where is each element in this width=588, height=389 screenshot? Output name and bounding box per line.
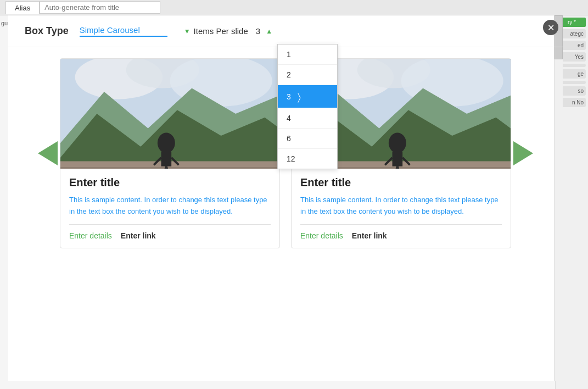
svg-point-22 [389,133,406,153]
enter-details-2[interactable]: Enter details [300,231,343,240]
modal-close-button[interactable]: ✕ [543,20,558,35]
dropdown-option-6[interactable]: 6 [278,129,337,149]
triangle-up-icon[interactable]: ▲ [266,27,272,35]
enter-link-1[interactable]: Enter link [121,231,156,240]
card-title-2: Enter title [300,176,502,189]
dropdown-option-1[interactable]: 1 [278,45,337,65]
svg-rect-23 [393,152,403,166]
card-title-1: Enter title [69,176,271,189]
dropdown-option-3[interactable]: 3 〉 [278,85,337,108]
enter-details-1[interactable]: Enter details [69,231,112,240]
triangle-down-icon: ▼ [184,27,191,35]
card-divider-2 [300,224,502,225]
right-arrow-icon [513,141,533,165]
card-image-1 [60,59,279,169]
alias-tab[interactable]: Alias [5,1,40,14]
card-divider-1 [69,224,271,225]
card-body-1: Enter title This is sample content. In o… [60,169,279,248]
carousel-left-arrow[interactable] [36,141,60,165]
modal-header: Box Type Simple Carousel ▼ Items Per sli… [8,15,563,47]
svg-rect-9 [161,152,172,166]
items-per-slide-container: ▼ Items Per slide 3 ▲ [184,26,272,36]
items-per-slide-label-text: Items Per slide [194,26,248,36]
topbar: Alias [0,0,588,15]
card-footer-2: Enter details Enter link [300,231,502,240]
alias-input[interactable] [40,1,160,14]
items-per-slide-value: 3 [256,26,260,36]
card-body-2: Enter title This is sample content. In o… [292,169,511,248]
dropdown-option-4[interactable]: 4 [278,108,337,129]
box-type-label: Box Type [25,25,69,37]
close-icon: ✕ [547,23,555,33]
carousel-card-1: Enter title This is sample content. In o… [60,58,280,248]
card-image-svg-1 [60,59,279,169]
enter-link-2[interactable]: Enter link [352,231,387,240]
carousel-right-arrow[interactable] [511,141,535,165]
dropdown-option-2[interactable]: 2 [278,65,337,85]
svg-point-8 [158,133,175,153]
card-content-1: This is sample content. In order to chan… [69,194,271,218]
card-content-2: This is sample content. In order to chan… [300,194,502,218]
box-type-select[interactable]: Simple Carousel [80,25,167,37]
left-arrow-icon [38,141,58,165]
card-footer-1: Enter details Enter link [69,231,271,240]
modal-dialog: ✕ Box Type Simple Carousel ▼ Items Per s… [8,15,563,381]
dropdown-option-12[interactable]: 12 [278,149,337,169]
items-per-slide-dropdown[interactable]: 1 2 3 〉 4 6 12 [277,44,338,169]
